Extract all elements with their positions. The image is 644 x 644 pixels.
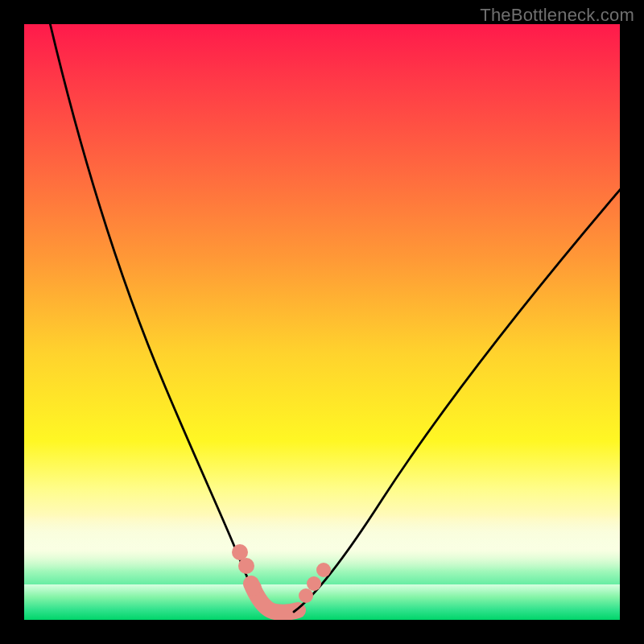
chart-frame: TheBottleneck.com <box>0 0 644 644</box>
attribution-text: TheBottleneck.com <box>480 5 634 26</box>
marker-left-1 <box>232 544 248 560</box>
marker-left-2 <box>238 558 254 574</box>
curve-right-branch <box>294 185 620 612</box>
marker-left-3 <box>246 580 262 596</box>
plot-area <box>24 24 620 620</box>
marker-right-3 <box>316 563 331 577</box>
curve-left-branch <box>48 24 266 612</box>
marker-right-2 <box>307 576 321 591</box>
curve-layer <box>24 24 620 620</box>
marker-right-1 <box>299 588 313 603</box>
